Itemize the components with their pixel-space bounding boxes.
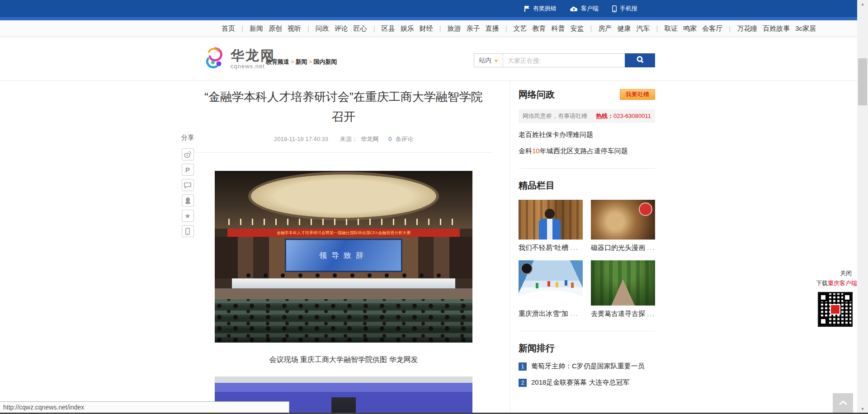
search-button[interactable] [625, 53, 655, 67]
ranking-item[interactable]: 2 2018足金联赛落幕 大连夺总冠军 [519, 378, 655, 387]
back-to-top-button[interactable] [833, 393, 853, 413]
wenzheng-item[interactable]: 金科10年城西北区支路占道停车问题 [519, 147, 655, 155]
nav-item[interactable]: 教育 [533, 24, 546, 33]
sina-weibo-share-icon[interactable] [182, 148, 194, 160]
source-label: 来源： [340, 136, 358, 142]
article-title-line1: “金融学本科人才培养研讨会”在重庆工商大学融智学院 [194, 87, 493, 106]
featured-item[interactable]: 重庆滑出冰雪”加... [519, 260, 583, 318]
top-utility-bar: 有奖挑错 客户端 手机报 [0, 0, 857, 17]
nav-item[interactable]: 亲子 [467, 24, 480, 33]
main-navbar: 首页 新闻 原创 视听 问政 评论 匠心 区县 娱乐 财经 旅游 亲子 直播 文… [0, 20, 857, 37]
nav-item[interactable]: 新闻 [250, 24, 263, 33]
photo-ceiling-recess [251, 174, 436, 218]
photo-projection-screen: 领导致辞 [285, 239, 402, 272]
search-bar: 站内 ∨ [474, 53, 655, 67]
wenzheng-section-header: 网络问政 我要吐槽 [519, 89, 655, 101]
nav-item[interactable]: 房产 [598, 24, 612, 33]
comment-bubble-share-icon[interactable] [182, 179, 194, 191]
featured-item[interactable]: 我们不轻易“吐槽... [519, 200, 583, 252]
story-badge-icon [639, 202, 652, 216]
nav-item[interactable]: 3c家居 [795, 24, 816, 33]
comment-count-label[interactable]: 条评论 [396, 136, 413, 142]
nav-item[interactable]: 视听 [288, 24, 301, 33]
dragon-logo-icon [202, 45, 227, 72]
wenzheng-item[interactable]: 老百姓社保卡办理难问题 [519, 131, 655, 139]
article: “金融学本科人才培养研讨会”在重庆工商大学融智学院 召开 2018-11-18 … [194, 81, 493, 414]
favorite-star-icon[interactable]: ★ [182, 210, 194, 222]
source-name[interactable]: 华龙网 [361, 136, 378, 142]
qr-center-logo [830, 304, 840, 315]
scrollbar-thumb[interactable] [858, 58, 867, 105]
nav-item[interactable]: 区县 [382, 24, 395, 33]
nav-item[interactable]: 文艺 [514, 24, 527, 33]
photo-floor [215, 288, 472, 299]
brand-accent-strip [0, 17, 857, 20]
rank-number-badge: 2 [519, 379, 527, 387]
nav-item[interactable]: 问政 [316, 24, 329, 33]
nav-item-home[interactable]: 首页 [222, 24, 235, 33]
qq-share-icon[interactable] [182, 194, 194, 207]
nav-item[interactable]: 取证 [664, 24, 678, 33]
close-promo-link[interactable]: 关闭 [840, 269, 852, 278]
search-scope-dropdown[interactable]: 站内 ∨ [474, 54, 503, 67]
nav-item[interactable]: 百姓故事 [763, 24, 790, 33]
photo-podium [331, 397, 356, 414]
nav-item[interactable]: 万花瞳 [737, 24, 757, 33]
photo-banner-text: 金融学本科人才培养研讨会暨第一届融仕国际杯全国CFA金融投资分析大赛 [227, 229, 460, 237]
nav-item[interactable]: 财经 [420, 24, 433, 33]
complain-button[interactable]: 我要吐槽 [620, 89, 655, 100]
hotline-slogan: 网络民意桥，有事请吐槽 [523, 112, 587, 120]
nav-item[interactable]: 娱乐 [401, 24, 414, 33]
top-utility-links: 有奖挑错 客户端 手机报 [524, 0, 637, 17]
featured-title: 精品栏目 [519, 179, 655, 192]
scroll-up-arrow-icon[interactable]: ▲ [857, 2, 868, 6]
nav-item[interactable]: 健康 [617, 24, 631, 33]
ranking-item[interactable]: 1 葡萄牙主帅：C罗仍是国家队重要一员 [519, 362, 655, 371]
nav-item[interactable]: 原创 [269, 24, 282, 33]
featured-item[interactable]: 去黄葛古道寻古探... [591, 260, 655, 318]
photo-head-table [232, 278, 455, 288]
hotline-number: 023-63080011 [613, 113, 651, 119]
search-input[interactable] [503, 54, 625, 67]
article-meta: 2018-11-18 17:40:33 来源： 华龙网 0 条评论 [194, 135, 493, 153]
nav-item[interactable]: 安监 [571, 24, 584, 33]
mobile-paper-link[interactable]: 手机报 [612, 5, 637, 13]
scroll-down-arrow-icon[interactable]: ▼ [857, 407, 868, 411]
status-url: http://cqwz.cqnews.net/index [3, 404, 84, 411]
photo-audience [215, 299, 472, 343]
pengyou-share-icon[interactable]: P [182, 164, 194, 176]
content-sidebar-divider [510, 81, 510, 414]
site-logo[interactable]: 华龙网 cqnews.net [202, 45, 275, 72]
sidebar-divider [519, 331, 655, 331]
scrollbar[interactable]: ▲ ▼ [857, 0, 868, 414]
featured-grid: 我们不轻易“吐槽... 磁器口的光头漫画... 重庆滑出冰雪”加... 去黄葛古… [519, 200, 655, 318]
nav-item[interactable]: 鸣家 [683, 24, 697, 33]
breadcrumb-domestic-news[interactable]: 国内新闻 [307, 58, 337, 65]
share-rail: 分享 P ★ [180, 134, 195, 240]
report-error-link[interactable]: 有奖挑错 [524, 5, 557, 13]
nav-item[interactable]: 旅游 [448, 24, 461, 33]
chevron-up-icon [839, 399, 848, 407]
featured-item[interactable]: 磁器口的光头漫画... [591, 200, 655, 252]
mobile-phone-share-icon[interactable] [182, 225, 194, 237]
conference-photo: 金融学本科人才培养研讨会暨第一届融仕国际杯全国CFA金融投资分析大赛 领导致辞 [215, 171, 472, 343]
nav-item[interactable]: 直播 [486, 24, 499, 33]
sidebar-divider [519, 168, 655, 169]
ranking-title: 新闻排行 [519, 342, 655, 354]
breadcrumb-channel[interactable]: 教育频道 [266, 58, 289, 65]
featured-thumbnail-cartoonist [591, 200, 655, 240]
article-title-line2: 召开 [194, 107, 493, 126]
wenzheng-title: 网络问政 [519, 89, 555, 99]
flag-icon [524, 5, 530, 12]
breadcrumb-news[interactable]: 新闻 [289, 58, 307, 65]
nav-item[interactable]: 会客厅 [702, 24, 722, 33]
share-label: 分享 [180, 134, 195, 142]
sidebar: 网络问政 我要吐槽 网络民意桥，有事请吐槽 热线：023-63080011 老百… [519, 89, 655, 387]
nav-item[interactable]: 匠心 [354, 24, 367, 33]
client-app-link[interactable]: 客户端 [570, 5, 599, 13]
nav-item[interactable]: 汽车 [636, 24, 650, 33]
featured-thumbnail-interview [519, 200, 583, 240]
nav-item[interactable]: 评论 [335, 24, 348, 33]
nav-item[interactable]: 科普 [552, 24, 565, 33]
comment-count[interactable]: 0 [388, 136, 392, 142]
